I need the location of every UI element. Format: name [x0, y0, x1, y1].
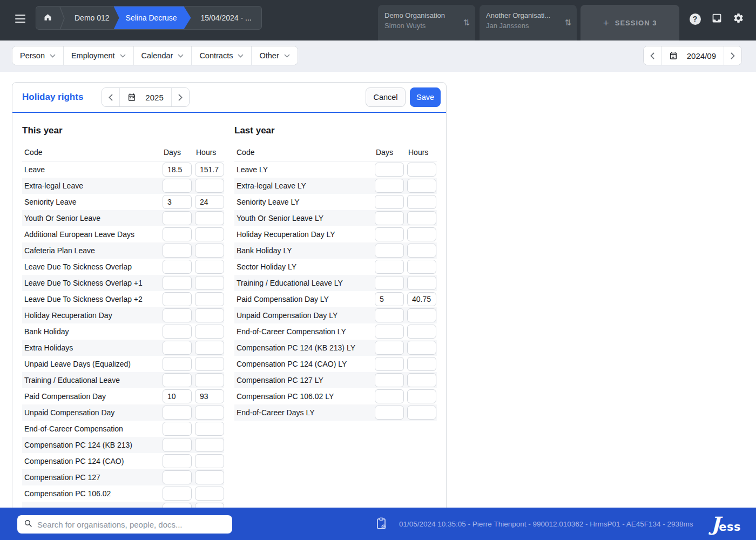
- days-input[interactable]: [375, 389, 404, 403]
- save-button[interactable]: Save: [410, 87, 441, 107]
- days-input[interactable]: [163, 260, 192, 274]
- hours-input[interactable]: [195, 454, 224, 468]
- settings-button[interactable]: [732, 13, 744, 25]
- hours-input[interactable]: [195, 260, 224, 274]
- hours-input[interactable]: [195, 389, 224, 403]
- period-next-button[interactable]: [724, 46, 741, 65]
- help-button[interactable]: ?: [689, 13, 701, 25]
- hours-input[interactable]: [407, 292, 436, 306]
- hours-input[interactable]: [407, 389, 436, 403]
- hours-input[interactable]: [407, 406, 436, 420]
- year-prev-button[interactable]: [102, 88, 120, 106]
- days-input[interactable]: [375, 292, 404, 306]
- hours-input[interactable]: [195, 357, 224, 371]
- days-input[interactable]: [375, 244, 404, 258]
- add-session-button[interactable]: + SESSION 3: [580, 5, 679, 40]
- days-input[interactable]: [163, 227, 192, 241]
- hours-input[interactable]: [195, 244, 224, 258]
- hours-input[interactable]: [407, 341, 436, 355]
- days-input[interactable]: [163, 276, 192, 290]
- days-input[interactable]: [163, 487, 192, 501]
- days-input[interactable]: [375, 260, 404, 274]
- hours-input[interactable]: [195, 487, 224, 501]
- hours-input[interactable]: [407, 195, 436, 209]
- hours-input[interactable]: [407, 227, 436, 241]
- days-input[interactable]: [163, 470, 192, 484]
- hours-input[interactable]: [407, 325, 436, 339]
- days-input[interactable]: [163, 308, 192, 322]
- hours-input[interactable]: [195, 341, 224, 355]
- hours-input[interactable]: [195, 470, 224, 484]
- days-input[interactable]: [163, 389, 192, 403]
- days-input[interactable]: [163, 244, 192, 258]
- hours-input[interactable]: [407, 276, 436, 290]
- hours-input[interactable]: [407, 260, 436, 274]
- days-input[interactable]: [163, 211, 192, 225]
- hours-input[interactable]: [195, 163, 224, 177]
- days-input[interactable]: [375, 325, 404, 339]
- hours-input[interactable]: [195, 422, 224, 436]
- days-input[interactable]: [163, 454, 192, 468]
- days-input[interactable]: [163, 179, 192, 193]
- days-input[interactable]: [163, 373, 192, 387]
- hours-input[interactable]: [407, 163, 436, 177]
- days-input[interactable]: [375, 163, 404, 177]
- menu-employment[interactable]: Employment: [64, 46, 134, 65]
- hours-input[interactable]: [407, 244, 436, 258]
- hours-input[interactable]: [195, 325, 224, 339]
- year-next-button[interactable]: [172, 88, 189, 106]
- hours-input[interactable]: [195, 438, 224, 452]
- days-input[interactable]: [375, 341, 404, 355]
- days-input[interactable]: [375, 227, 404, 241]
- swap-icon[interactable]: ⇅: [564, 18, 571, 28]
- hours-input[interactable]: [407, 179, 436, 193]
- hamburger-menu-icon[interactable]: [15, 15, 25, 23]
- menu-person[interactable]: Person: [12, 46, 64, 65]
- hours-input[interactable]: [195, 292, 224, 306]
- hours-input[interactable]: [407, 308, 436, 322]
- days-input[interactable]: [163, 422, 192, 436]
- days-input[interactable]: [375, 195, 404, 209]
- hours-input[interactable]: [195, 227, 224, 241]
- hours-input[interactable]: [407, 373, 436, 387]
- breadcrumb-item-dossier[interactable]: Demo 012: [65, 6, 119, 29]
- menu-other[interactable]: Other: [252, 46, 297, 65]
- days-input[interactable]: [163, 406, 192, 420]
- copy-link-button[interactable]: [376, 517, 387, 532]
- hours-input[interactable]: [407, 211, 436, 225]
- swap-icon[interactable]: ⇅: [463, 18, 470, 28]
- days-input[interactable]: [375, 308, 404, 322]
- days-input[interactable]: [375, 179, 404, 193]
- menu-calendar[interactable]: Calendar: [134, 46, 192, 65]
- cancel-button[interactable]: Cancel: [366, 87, 406, 107]
- days-input[interactable]: [163, 163, 192, 177]
- days-input[interactable]: [375, 357, 404, 371]
- days-input[interactable]: [163, 357, 192, 371]
- breadcrumb-item-person-active[interactable]: Selina Decruse: [114, 6, 191, 29]
- org-card-another-organisation[interactable]: Another Organisati... Jan Janssens ⇅: [480, 5, 577, 40]
- hours-input[interactable]: [195, 406, 224, 420]
- hours-input[interactable]: [195, 276, 224, 290]
- hours-input[interactable]: [195, 195, 224, 209]
- breadcrumb-home[interactable]: [36, 6, 59, 29]
- days-input[interactable]: [163, 292, 192, 306]
- days-input[interactable]: [375, 373, 404, 387]
- menu-contracts[interactable]: Contracts: [192, 46, 252, 65]
- org-card-demo-organisation[interactable]: Demo Organisation Simon Wuyts ⇅: [378, 5, 475, 40]
- days-input[interactable]: [163, 325, 192, 339]
- search-input[interactable]: [37, 520, 226, 529]
- period-prev-button[interactable]: [644, 46, 662, 65]
- year-value[interactable]: 2025: [120, 88, 171, 106]
- hours-input[interactable]: [195, 373, 224, 387]
- days-input[interactable]: [163, 438, 192, 452]
- breadcrumb-item-date[interactable]: 15/04/2024 - ...: [191, 6, 261, 29]
- days-input[interactable]: [375, 406, 404, 420]
- hours-input[interactable]: [195, 179, 224, 193]
- hours-input[interactable]: [195, 308, 224, 322]
- days-input[interactable]: [375, 211, 404, 225]
- days-input[interactable]: [163, 195, 192, 209]
- days-input[interactable]: [163, 341, 192, 355]
- inbox-button[interactable]: [711, 13, 723, 25]
- days-input[interactable]: [375, 276, 404, 290]
- hours-input[interactable]: [407, 357, 436, 371]
